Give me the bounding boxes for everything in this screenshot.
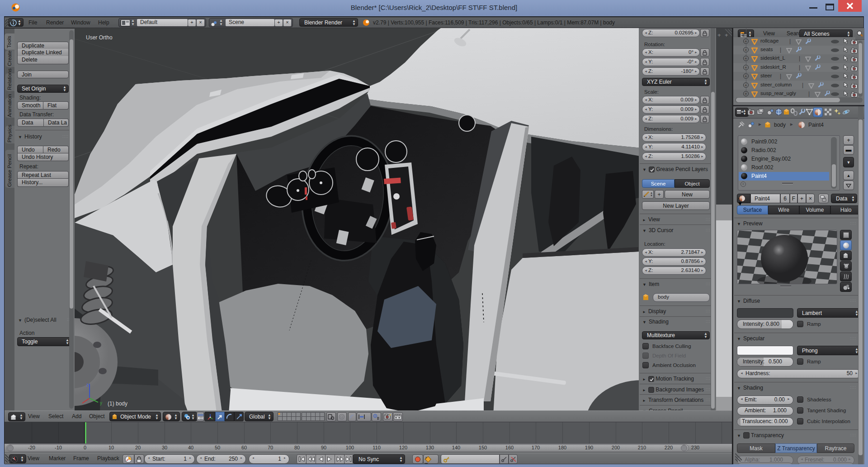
svg-text:User Ortho: User Ortho [86, 34, 113, 41]
svg-text:+: + [717, 32, 721, 38]
svg-text:(1) body: (1) body [108, 400, 127, 407]
svg-text:y: y [100, 400, 102, 405]
svg-text:z: z [86, 382, 89, 387]
